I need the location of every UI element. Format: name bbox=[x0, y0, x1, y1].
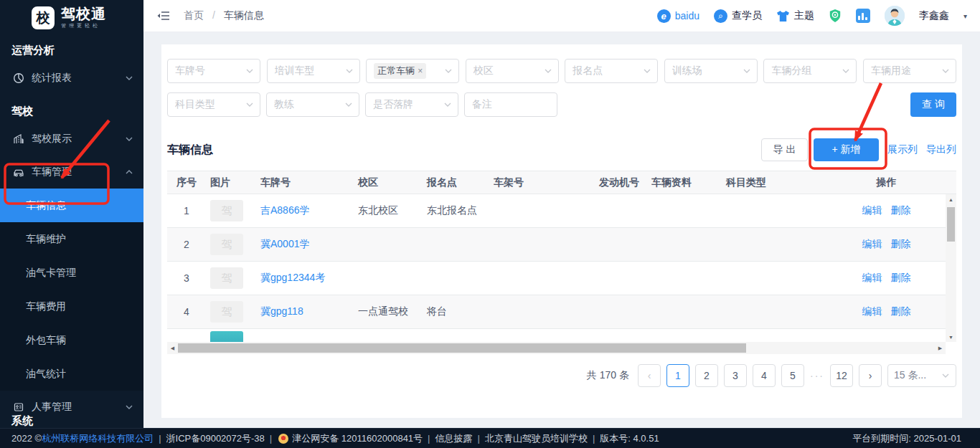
edit-link[interactable]: 编辑 bbox=[862, 305, 882, 317]
breadcrumb-separator: / bbox=[212, 9, 215, 21]
selected-tag-label: 正常车辆 bbox=[377, 65, 415, 77]
plate-link[interactable]: 冀A0001学 bbox=[260, 238, 349, 251]
filter-select-subject-type[interactable]: 科目类型 bbox=[167, 92, 260, 117]
vertical-scrollbar[interactable]: ▲ ▼ bbox=[946, 194, 956, 342]
user-avatar[interactable] bbox=[885, 6, 905, 26]
delete-link[interactable]: 删除 bbox=[891, 305, 911, 317]
sidebar-subitem-vehicle-info[interactable]: 车辆信息 bbox=[0, 189, 143, 222]
sidebar-subitem-outsourced-vehicles[interactable]: 外包车辆 bbox=[0, 323, 143, 357]
chevron-down-icon bbox=[743, 67, 751, 75]
remark-input[interactable]: 备注 bbox=[464, 92, 557, 117]
caret-down-icon[interactable]: ▾ bbox=[963, 12, 967, 20]
sidebar-subitem-vehicle-fees[interactable]: 车辆费用 bbox=[0, 290, 143, 323]
page-size-select[interactable]: 15 条... bbox=[887, 364, 956, 387]
add-button[interactable]: + 新增 bbox=[814, 138, 879, 161]
vertical-scrollbar-thumb[interactable] bbox=[947, 207, 955, 242]
tag-close-icon[interactable]: × bbox=[418, 66, 423, 76]
plate-link[interactable]: 吉A8866学 bbox=[260, 204, 349, 217]
column-header: 车牌号 bbox=[252, 176, 349, 189]
filter-select-training-vehicle-type[interactable]: 培训车型 bbox=[267, 59, 360, 83]
delete-link[interactable]: 删除 bbox=[891, 272, 911, 283]
car-icon bbox=[13, 166, 24, 178]
sidebar-item-vehicle-management[interactable]: 车辆管理 bbox=[0, 156, 143, 189]
baidu-link[interactable]: e baidu bbox=[657, 9, 699, 23]
edit-link[interactable]: 编辑 bbox=[862, 272, 882, 283]
pagination-ellipsis[interactable]: ··· bbox=[810, 370, 824, 381]
pagination-page-1[interactable]: 1 bbox=[666, 364, 689, 387]
horizontal-scrollbar[interactable]: ◀ ▶ bbox=[167, 342, 946, 354]
page-size-value: 15 条... bbox=[894, 369, 941, 382]
filter-row-2: 科目类型 教练 是否落牌 备注 查 询 bbox=[167, 92, 956, 117]
plus-icon: + bbox=[831, 143, 837, 155]
sidebar-subitem-gas-card-management[interactable]: 油气卡管理 bbox=[0, 256, 143, 290]
table-cell: 一点通驾校 bbox=[349, 305, 418, 318]
disclosure-link[interactable]: 信息披露 bbox=[435, 432, 472, 445]
search-button[interactable]: 查 询 bbox=[910, 92, 956, 117]
delete-link[interactable]: 删除 bbox=[891, 204, 911, 216]
filter-select-plate-number[interactable]: 车牌号 bbox=[167, 59, 260, 83]
toolbar-actions: 导 出 + 新增 展示列 导出列 bbox=[761, 138, 956, 161]
filter-select-training-ground[interactable]: 训练场 bbox=[664, 59, 758, 83]
vehicle-thumbnail[interactable]: 驾 bbox=[210, 267, 243, 289]
baidu-label: baidu bbox=[675, 10, 699, 22]
table-row: 4驾冀gpg118一点通驾校将台编辑删除 bbox=[167, 295, 956, 329]
column-header: 图片 bbox=[206, 176, 252, 189]
scroll-left-icon[interactable]: ◀ bbox=[167, 342, 178, 354]
scroll-right-icon[interactable]: ▶ bbox=[935, 342, 946, 354]
vehicle-thumbnail[interactable]: 驾 bbox=[210, 301, 243, 323]
table-toolbar: 车辆信息 导 出 + 新增 展示列 导出列 bbox=[167, 138, 956, 161]
filter-select-vehicle-group[interactable]: 车辆分组 bbox=[763, 59, 857, 83]
sidebar-item-school-display[interactable]: 驾校展示 bbox=[0, 123, 143, 156]
actions-cell: 编辑删除 bbox=[827, 238, 946, 251]
company-link[interactable]: 杭州联桥网络科技有限公司 bbox=[42, 432, 154, 445]
pagination-page-2[interactable]: 2 bbox=[695, 364, 718, 387]
vehicle-thumbnail[interactable]: 驾 bbox=[210, 200, 243, 221]
sidebar-item-stats-report[interactable]: 统计报表 bbox=[0, 62, 143, 95]
edit-link[interactable]: 编辑 bbox=[862, 238, 882, 249]
pagination-page-3[interactable]: 3 bbox=[724, 364, 747, 387]
edit-link[interactable]: 编辑 bbox=[862, 204, 882, 216]
column-header: 序号 bbox=[167, 176, 206, 189]
pie-chart-icon bbox=[13, 72, 24, 84]
delete-link[interactable]: 删除 bbox=[891, 238, 911, 249]
pagination: 共 170 条 ‹ 1 2 3 4 5 ··· 12 › 15 条... bbox=[167, 364, 956, 387]
filter-select-campus[interactable]: 校区 bbox=[466, 59, 559, 83]
user-name[interactable]: 李鑫鑫 bbox=[919, 9, 949, 22]
filter-select-vehicle-purpose[interactable]: 车辆用途 bbox=[863, 59, 956, 83]
show-columns-link[interactable]: 展示列 bbox=[887, 143, 918, 156]
filter-placeholder: 科目类型 bbox=[175, 98, 245, 111]
security-shield-icon[interactable] bbox=[829, 9, 842, 23]
main-content: 车牌号 培训车型 正常车辆 × 校区 bbox=[143, 32, 980, 428]
scroll-down-icon[interactable]: ▼ bbox=[946, 332, 956, 342]
sidebar-item-label: 统计报表 bbox=[32, 72, 125, 85]
theme-link[interactable]: 主题 bbox=[776, 9, 814, 22]
filter-placeholder: 是否落牌 bbox=[373, 98, 443, 111]
filter-select-coach[interactable]: 教练 bbox=[266, 92, 359, 117]
scroll-up-icon[interactable]: ▲ bbox=[946, 194, 956, 204]
export-columns-link[interactable]: 导出列 bbox=[926, 143, 956, 156]
plate-link[interactable]: 冀gpg118 bbox=[260, 305, 349, 318]
sidebar-collapse-icon[interactable] bbox=[156, 8, 172, 24]
sidebar-item-label: 车辆管理 bbox=[32, 166, 125, 178]
horizontal-scrollbar-thumb[interactable] bbox=[178, 343, 746, 353]
filter-select-vehicle-status[interactable]: 正常车辆 × bbox=[366, 59, 459, 83]
vehicle-thumbnail[interactable]: 驾 bbox=[210, 234, 243, 255]
vehicle-thumbnail[interactable] bbox=[210, 331, 243, 342]
stats-panel-icon[interactable] bbox=[856, 9, 870, 23]
breadcrumb-home-link[interactable]: 首页 bbox=[184, 9, 204, 21]
pagination-next-button[interactable]: › bbox=[859, 364, 882, 387]
plate-link[interactable]: 冀gpg12344考 bbox=[260, 272, 349, 285]
pagination-page-4[interactable]: 4 bbox=[753, 364, 776, 387]
app-logo[interactable]: 校 驾校通 管理更轻松 bbox=[0, 0, 143, 34]
check-student-link[interactable]: ⌕ 查学员 bbox=[714, 9, 762, 23]
pagination-prev-button[interactable]: ‹ bbox=[638, 364, 661, 387]
pagination-page-5[interactable]: 5 bbox=[781, 364, 804, 387]
pagination-page-12[interactable]: 12 bbox=[830, 364, 853, 387]
version-number: 版本号: 4.0.51 bbox=[600, 432, 659, 445]
export-button[interactable]: 导 出 bbox=[761, 138, 808, 161]
chevron-down-icon bbox=[125, 403, 133, 411]
sidebar-subitem-gas-statistics[interactable]: 油气统计 bbox=[0, 357, 143, 391]
filter-select-plate-registered[interactable]: 是否落牌 bbox=[365, 92, 458, 117]
filter-select-registration-point[interactable]: 报名点 bbox=[565, 59, 658, 83]
sidebar-subitem-vehicle-maintenance[interactable]: 车辆维护 bbox=[0, 222, 143, 256]
